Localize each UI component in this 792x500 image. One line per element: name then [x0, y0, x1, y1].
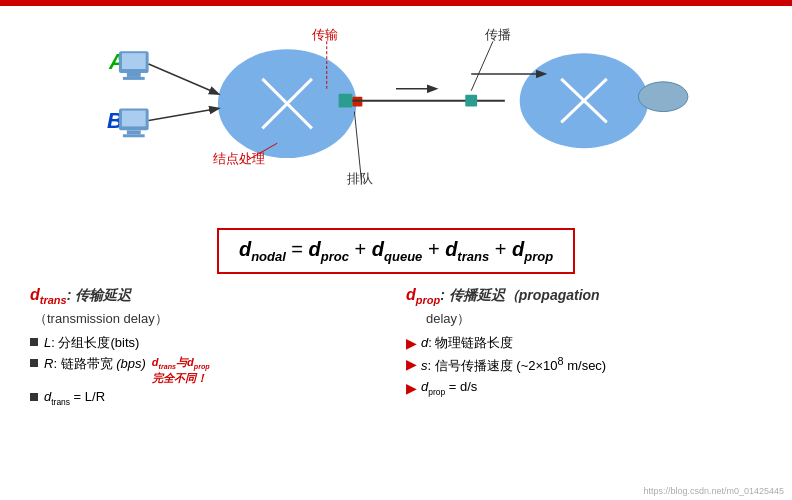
right-subtitle: delay）	[406, 310, 762, 328]
label-propagate: 传播	[485, 27, 511, 42]
bullet-dprop: ▶ dprop = d/s	[406, 379, 762, 397]
arrow-dprop: ▶	[406, 380, 417, 396]
svg-rect-3	[127, 73, 141, 77]
svg-rect-4	[123, 77, 145, 80]
bullet-dprop-text: dprop = d/s	[421, 379, 477, 397]
bullet-dtrans-text: dtrans = L/R	[44, 389, 105, 407]
formula-box: dnodal = dproc + dqueue + dtrans + dprop	[217, 228, 575, 274]
right-column: dprop: 传播延迟（propagation delay） ▶ d: 物理链路…	[396, 286, 762, 410]
bullet-R-text: R: 链路带宽 (bps)	[44, 355, 146, 373]
bullet-s-text: s: 信号传播速度 (~2×108 m/sec)	[421, 355, 606, 375]
right-title: dprop: 传播延迟（propagation	[406, 286, 762, 306]
bullet-L-text: L: 分组长度(bits)	[44, 334, 139, 352]
bullet-square-dtrans	[30, 393, 38, 401]
bullet-L: L: 分组长度(bits)	[30, 334, 386, 352]
left-column: dtrans: 传输延迟 （transmission delay） L: 分组长…	[30, 286, 396, 410]
label-queue: 排队	[347, 171, 373, 186]
content-area: A B	[0, 6, 792, 410]
left-subtitle: （transmission delay）	[30, 310, 386, 328]
svg-rect-7	[127, 130, 141, 134]
arrow-s: ▶	[406, 356, 417, 372]
left-title: dtrans: 传输延迟	[30, 286, 386, 306]
bullet-dtrans: dtrans = L/R	[30, 389, 386, 407]
bullet-square-R	[30, 359, 38, 367]
network-diagram: A B	[20, 6, 772, 226]
formula-text: dnodal = dproc + dqueue + dtrans + dprop	[239, 238, 553, 264]
bullet-s-speed: ▶ s: 信号传播速度 (~2×108 m/sec)	[406, 355, 762, 375]
watermark: https://blog.csdn.net/m0_01425445	[643, 486, 784, 496]
svg-rect-14	[339, 94, 353, 108]
note-dtrans-dprop: dtrans与dprop完全不同！	[152, 355, 210, 386]
diagram-area: A B	[20, 6, 772, 226]
bullet-square-L	[30, 338, 38, 346]
svg-rect-17	[465, 95, 477, 107]
arrow-d: ▶	[406, 335, 417, 351]
bullet-R: R: 链路带宽 (bps) dtrans与dprop完全不同！	[30, 355, 386, 386]
bullet-d-text: d: 物理链路长度	[421, 334, 513, 352]
svg-rect-6	[122, 111, 146, 127]
bottom-section: dtrans: 传输延迟 （transmission delay） L: 分组长…	[20, 286, 772, 410]
svg-rect-8	[123, 134, 145, 137]
svg-rect-2	[122, 53, 146, 69]
formula-container: dnodal = dproc + dqueue + dtrans + dprop	[20, 226, 772, 282]
label-node-process: 结点处理	[213, 151, 265, 166]
label-transmit: 传输	[312, 27, 338, 42]
bullet-d-distance: ▶ d: 物理链路长度	[406, 334, 762, 352]
